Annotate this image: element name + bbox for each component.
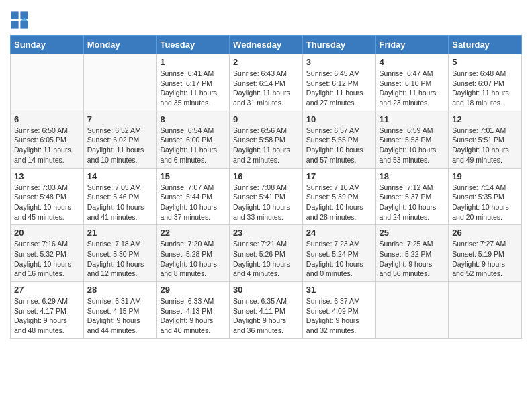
calendar-week-row: 20Sunrise: 7:16 AM Sunset: 5:32 PM Dayli…	[11, 225, 522, 282]
page-header	[10, 7, 522, 30]
calendar-header-row: SundayMondayTuesdayWednesdayThursdayFrid…	[11, 36, 522, 54]
calendar-week-row: 1Sunrise: 6:41 AM Sunset: 6:17 PM Daylig…	[11, 54, 522, 111]
day-info: Sunrise: 7:16 AM Sunset: 5:32 PM Dayligh…	[14, 239, 80, 279]
calendar-cell	[449, 282, 522, 339]
day-info: Sunrise: 7:07 AM Sunset: 5:44 PM Dayligh…	[160, 183, 226, 222]
calendar-cell: 2Sunrise: 6:43 AM Sunset: 6:14 PM Daylig…	[230, 54, 303, 111]
svg-rect-2	[11, 21, 18, 28]
calendar-week-row: 13Sunrise: 7:03 AM Sunset: 5:48 PM Dayli…	[11, 168, 522, 225]
day-info: Sunrise: 6:56 AM Sunset: 5:58 PM Dayligh…	[233, 126, 299, 165]
day-number: 9	[233, 114, 299, 124]
day-number: 13	[14, 171, 80, 181]
logo	[10, 11, 32, 30]
day-number: 27	[14, 285, 80, 295]
calendar-cell: 7Sunrise: 6:52 AM Sunset: 6:02 PM Daylig…	[83, 111, 157, 168]
calendar-cell: 6Sunrise: 6:50 AM Sunset: 6:05 PM Daylig…	[11, 111, 84, 168]
day-number: 15	[160, 171, 226, 181]
calendar-cell: 30Sunrise: 6:35 AM Sunset: 4:11 PM Dayli…	[230, 282, 303, 339]
calendar-cell: 26Sunrise: 7:27 AM Sunset: 5:19 PM Dayli…	[449, 225, 522, 282]
calendar-cell: 10Sunrise: 6:57 AM Sunset: 5:55 PM Dayli…	[302, 111, 375, 168]
day-number: 11	[380, 114, 445, 124]
day-number: 10	[306, 114, 372, 124]
day-info: Sunrise: 7:01 AM Sunset: 5:51 PM Dayligh…	[452, 126, 518, 165]
day-number: 20	[14, 228, 80, 238]
day-number: 3	[306, 57, 372, 67]
calendar-cell: 17Sunrise: 7:10 AM Sunset: 5:39 PM Dayli…	[302, 168, 375, 225]
day-header-friday: Friday	[375, 36, 449, 54]
day-number: 6	[14, 114, 80, 124]
day-info: Sunrise: 6:31 AM Sunset: 4:15 PM Dayligh…	[87, 296, 153, 336]
calendar-cell	[83, 54, 157, 111]
day-info: Sunrise: 6:35 AM Sunset: 4:11 PM Dayligh…	[233, 296, 299, 336]
calendar-cell: 22Sunrise: 7:20 AM Sunset: 5:28 PM Dayli…	[157, 225, 230, 282]
calendar-cell: 21Sunrise: 7:18 AM Sunset: 5:30 PM Dayli…	[83, 225, 157, 282]
calendar-cell	[375, 282, 449, 339]
calendar-week-row: 6Sunrise: 6:50 AM Sunset: 6:05 PM Daylig…	[11, 111, 522, 168]
day-header-tuesday: Tuesday	[157, 36, 230, 54]
day-number: 31	[306, 285, 372, 295]
day-info: Sunrise: 6:43 AM Sunset: 6:14 PM Dayligh…	[233, 68, 299, 108]
calendar-cell: 3Sunrise: 6:45 AM Sunset: 6:12 PM Daylig…	[302, 54, 375, 111]
day-info: Sunrise: 6:41 AM Sunset: 6:17 PM Dayligh…	[160, 68, 226, 108]
day-number: 26	[452, 228, 518, 238]
day-info: Sunrise: 6:37 AM Sunset: 4:09 PM Dayligh…	[306, 296, 372, 336]
day-info: Sunrise: 6:59 AM Sunset: 5:53 PM Dayligh…	[380, 126, 445, 165]
calendar-cell: 5Sunrise: 6:48 AM Sunset: 6:07 PM Daylig…	[449, 54, 522, 111]
day-info: Sunrise: 7:21 AM Sunset: 5:26 PM Dayligh…	[233, 239, 299, 279]
day-number: 22	[160, 228, 226, 238]
day-info: Sunrise: 6:47 AM Sunset: 6:10 PM Dayligh…	[380, 68, 445, 108]
calendar-cell: 13Sunrise: 7:03 AM Sunset: 5:48 PM Dayli…	[11, 168, 84, 225]
day-number: 12	[452, 114, 518, 124]
day-number: 21	[87, 228, 153, 238]
day-header-saturday: Saturday	[449, 36, 522, 54]
calendar-cell: 16Sunrise: 7:08 AM Sunset: 5:41 PM Dayli…	[230, 168, 303, 225]
day-info: Sunrise: 6:48 AM Sunset: 6:07 PM Dayligh…	[452, 68, 518, 108]
day-number: 29	[160, 285, 226, 295]
day-number: 18	[380, 171, 445, 181]
day-info: Sunrise: 6:45 AM Sunset: 6:12 PM Dayligh…	[306, 68, 372, 108]
calendar-cell: 4Sunrise: 6:47 AM Sunset: 6:10 PM Daylig…	[375, 54, 449, 111]
day-number: 1	[160, 57, 226, 67]
day-number: 19	[452, 171, 518, 181]
calendar-cell: 28Sunrise: 6:31 AM Sunset: 4:15 PM Dayli…	[83, 282, 157, 339]
day-number: 25	[380, 228, 445, 238]
day-info: Sunrise: 6:57 AM Sunset: 5:55 PM Dayligh…	[306, 126, 372, 165]
day-info: Sunrise: 6:33 AM Sunset: 4:13 PM Dayligh…	[160, 296, 226, 336]
day-info: Sunrise: 6:52 AM Sunset: 6:02 PM Dayligh…	[87, 126, 153, 165]
day-number: 17	[306, 171, 372, 181]
calendar-cell: 8Sunrise: 6:54 AM Sunset: 6:00 PM Daylig…	[157, 111, 230, 168]
day-header-thursday: Thursday	[302, 36, 375, 54]
day-info: Sunrise: 7:03 AM Sunset: 5:48 PM Dayligh…	[14, 183, 80, 222]
calendar-cell: 27Sunrise: 6:29 AM Sunset: 4:17 PM Dayli…	[11, 282, 84, 339]
day-info: Sunrise: 7:27 AM Sunset: 5:19 PM Dayligh…	[452, 239, 518, 279]
day-header-monday: Monday	[83, 36, 157, 54]
day-number: 14	[87, 171, 153, 181]
day-number: 28	[87, 285, 153, 295]
day-number: 30	[233, 285, 299, 295]
day-number: 7	[87, 114, 153, 124]
calendar-cell: 29Sunrise: 6:33 AM Sunset: 4:13 PM Dayli…	[157, 282, 230, 339]
day-info: Sunrise: 7:14 AM Sunset: 5:35 PM Dayligh…	[452, 183, 518, 222]
day-number: 4	[380, 57, 445, 67]
calendar-cell: 20Sunrise: 7:16 AM Sunset: 5:32 PM Dayli…	[11, 225, 84, 282]
calendar-cell: 12Sunrise: 7:01 AM Sunset: 5:51 PM Dayli…	[449, 111, 522, 168]
day-info: Sunrise: 7:18 AM Sunset: 5:30 PM Dayligh…	[87, 239, 153, 279]
calendar-cell: 18Sunrise: 7:12 AM Sunset: 5:37 PM Dayli…	[375, 168, 449, 225]
day-number: 23	[233, 228, 299, 238]
day-info: Sunrise: 7:10 AM Sunset: 5:39 PM Dayligh…	[306, 183, 372, 222]
calendar-cell: 15Sunrise: 7:07 AM Sunset: 5:44 PM Dayli…	[157, 168, 230, 225]
svg-marker-4	[20, 21, 28, 28]
day-number: 16	[233, 171, 299, 181]
calendar-cell: 25Sunrise: 7:25 AM Sunset: 5:22 PM Dayli…	[375, 225, 449, 282]
day-info: Sunrise: 7:23 AM Sunset: 5:24 PM Dayligh…	[306, 239, 372, 279]
day-info: Sunrise: 6:54 AM Sunset: 6:00 PM Dayligh…	[160, 126, 226, 165]
day-number: 2	[233, 57, 299, 67]
calendar-cell	[11, 54, 84, 111]
logo-icon	[10, 11, 29, 30]
calendar-cell: 11Sunrise: 6:59 AM Sunset: 5:53 PM Dayli…	[375, 111, 449, 168]
day-number: 24	[306, 228, 372, 238]
calendar-cell: 24Sunrise: 7:23 AM Sunset: 5:24 PM Dayli…	[302, 225, 375, 282]
calendar-week-row: 27Sunrise: 6:29 AM Sunset: 4:17 PM Dayli…	[11, 282, 522, 339]
day-info: Sunrise: 6:50 AM Sunset: 6:05 PM Dayligh…	[14, 126, 80, 165]
day-info: Sunrise: 7:05 AM Sunset: 5:46 PM Dayligh…	[87, 183, 153, 222]
